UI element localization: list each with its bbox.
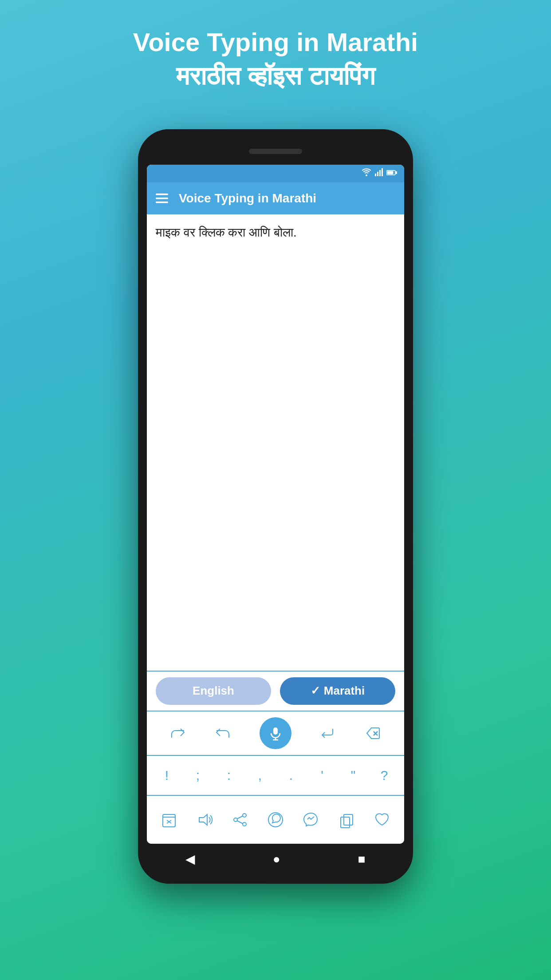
- status-bar: [147, 165, 404, 182]
- svg-rect-3: [382, 168, 383, 176]
- text-content: माइक वर क्लिक करा आणि बोला.: [156, 223, 395, 242]
- punct-period[interactable]: .: [280, 768, 302, 783]
- punct-comma[interactable]: ,: [249, 768, 271, 783]
- svg-rect-1: [377, 172, 378, 176]
- volume-button[interactable]: [196, 811, 213, 829]
- app-title-area: Voice Typing in Marathi मराठीत व्हॉइस टा…: [133, 27, 418, 94]
- backspace-button[interactable]: [365, 725, 381, 741]
- svg-rect-10: [273, 727, 278, 735]
- language-selector: English ✓Marathi: [147, 671, 404, 711]
- copy-button[interactable]: [338, 811, 355, 829]
- forward-button[interactable]: [170, 725, 186, 741]
- svg-line-25: [237, 821, 243, 823]
- microphone-button[interactable]: [260, 717, 291, 749]
- phone-screen: Voice Typing in Marathi माइक वर क्लिक कर…: [147, 165, 404, 844]
- punct-apostrophe[interactable]: ': [311, 768, 333, 783]
- recents-button[interactable]: ■: [358, 852, 366, 866]
- svg-point-22: [234, 818, 237, 822]
- bottom-nav: ◀ ● ■: [147, 844, 404, 875]
- clear-button[interactable]: [160, 811, 178, 829]
- text-area-container[interactable]: माइक वर क्लिक करा आणि बोला.: [147, 214, 404, 671]
- app-title-english: Voice Typing in Marathi: [133, 27, 418, 58]
- svg-rect-5: [387, 171, 394, 174]
- phone-speaker: [249, 149, 302, 154]
- svg-rect-28: [341, 817, 350, 828]
- app-bar-title: Voice Typing in Marathi: [179, 191, 316, 205]
- reply-button[interactable]: [215, 725, 231, 741]
- phone-shell: Voice Typing in Marathi माइक वर क्लिक कर…: [138, 129, 413, 884]
- signal-icon: [375, 168, 383, 178]
- favorite-button[interactable]: [373, 811, 391, 829]
- punct-semicolon[interactable]: ;: [187, 768, 209, 783]
- svg-point-23: [243, 822, 246, 826]
- punct-quote[interactable]: ": [342, 768, 364, 783]
- svg-rect-8: [156, 198, 168, 199]
- share-button[interactable]: [231, 811, 249, 829]
- app-title-marathi: मराठीत व्हॉइस टायपिंग: [133, 58, 418, 94]
- svg-rect-7: [156, 194, 168, 195]
- svg-point-21: [243, 814, 246, 817]
- battery-icon: [386, 169, 397, 178]
- punct-colon[interactable]: :: [218, 768, 240, 783]
- svg-rect-15: [163, 814, 175, 827]
- back-button[interactable]: ◀: [185, 852, 195, 866]
- messenger-button[interactable]: [302, 811, 320, 829]
- menu-button[interactable]: [156, 194, 168, 203]
- svg-rect-6: [396, 171, 397, 174]
- action-icons-row: [147, 795, 404, 844]
- phone-top-bar: [147, 138, 404, 165]
- app-bar: Voice Typing in Marathi: [147, 182, 404, 214]
- whatsapp-button[interactable]: [267, 811, 284, 829]
- punct-exclamation[interactable]: !: [156, 768, 178, 783]
- svg-rect-0: [375, 174, 376, 176]
- punctuation-row: ! ; : , . ' " ?: [147, 755, 404, 795]
- english-button[interactable]: English: [156, 677, 271, 705]
- marathi-button[interactable]: ✓Marathi: [280, 677, 395, 705]
- wifi-icon: [362, 168, 371, 178]
- enter-button[interactable]: [320, 725, 336, 741]
- svg-rect-27: [344, 814, 353, 825]
- svg-rect-2: [379, 170, 381, 176]
- svg-line-24: [237, 816, 243, 818]
- keyboard-controls: [147, 711, 404, 755]
- svg-marker-20: [199, 814, 207, 825]
- punct-question[interactable]: ?: [373, 768, 395, 783]
- home-button[interactable]: ●: [273, 852, 280, 866]
- svg-rect-9: [156, 202, 168, 203]
